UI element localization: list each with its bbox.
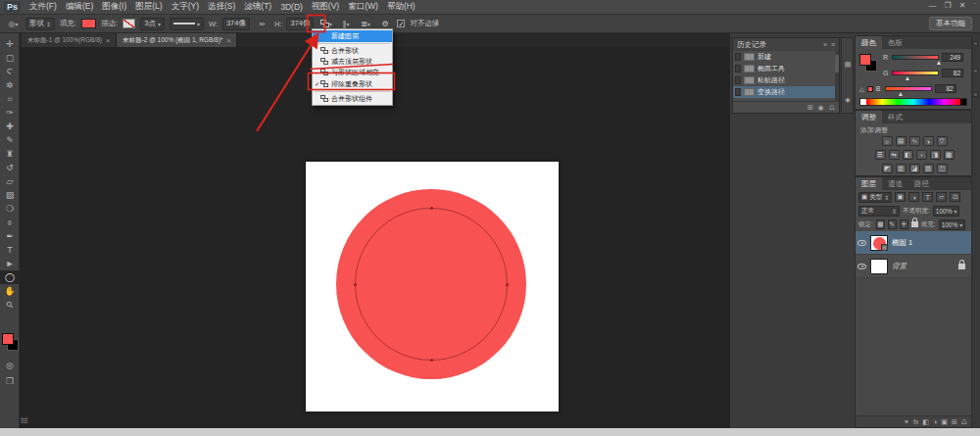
- visibility-eye-icon[interactable]: [858, 264, 866, 269]
- menu-file[interactable]: 文件(F): [29, 1, 57, 13]
- restore-button[interactable]: ❐: [944, 1, 951, 10]
- path-anchor-right[interactable]: [506, 283, 509, 286]
- link-layers-icon[interactable]: ⚭: [904, 418, 909, 426]
- path-anchor-bottom[interactable]: [430, 359, 433, 362]
- edge-icon-1[interactable]: [973, 41, 978, 46]
- layer-mask-icon[interactable]: ◧: [922, 418, 929, 426]
- quick-mask-button[interactable]: ◎: [0, 359, 20, 372]
- delete-state-icon[interactable]: ♺: [829, 104, 835, 112]
- inner-circle-path[interactable]: [355, 208, 508, 361]
- stroke-width-field[interactable]: 3点▾: [140, 18, 165, 30]
- gradient-tool[interactable]: ▨: [0, 188, 20, 202]
- visibility-eye-icon[interactable]: [858, 240, 866, 246]
- new-group-icon[interactable]: ▣: [941, 418, 948, 426]
- close-button[interactable]: ✕: [959, 1, 966, 10]
- history-item[interactable]: 粘贴路径: [733, 74, 839, 86]
- height-field[interactable]: 374像: [286, 18, 314, 30]
- tab-swatches[interactable]: 色板: [882, 36, 908, 49]
- pen-tool[interactable]: ✒: [0, 229, 20, 243]
- history-brush-tool[interactable]: ↺: [0, 161, 20, 174]
- collapsed-panel-icon-2[interactable]: ◈: [843, 95, 853, 105]
- layer-style-icon[interactable]: fx: [913, 418, 918, 425]
- layer-row-ellipse[interactable]: ◇ 椭圆 1: [856, 231, 971, 255]
- new-snapshot-icon[interactable]: ◉: [818, 104, 824, 112]
- menu-item-merge-shape-components[interactable]: 合并形状组件: [313, 93, 392, 104]
- blue-value-field[interactable]: 82: [935, 84, 956, 93]
- color-balance-icon[interactable]: ⇋: [889, 150, 900, 160]
- opacity-field[interactable]: 100%▾: [933, 206, 960, 217]
- channel-mixer-icon[interactable]: ◨: [930, 150, 941, 160]
- color-lookup-icon[interactable]: ▩: [944, 150, 955, 160]
- green-value-field[interactable]: 82: [942, 69, 963, 77]
- tab-styles[interactable]: 样式: [882, 111, 908, 123]
- healing-brush-tool[interactable]: ✚: [0, 120, 20, 133]
- tab-close-icon[interactable]: ×: [106, 37, 110, 44]
- menu-filter[interactable]: 滤镜(T): [244, 1, 271, 13]
- adjustment-layer-icon[interactable]: ◑: [933, 418, 937, 425]
- lock-position-icon[interactable]: ✛: [900, 219, 908, 229]
- history-source-well[interactable]: [735, 65, 741, 73]
- layer-thumbnail[interactable]: [870, 259, 888, 274]
- red-value-field[interactable]: 249: [942, 53, 963, 62]
- curves-icon[interactable]: ∿: [909, 136, 920, 146]
- menu-item-new-layer[interactable]: 新建图层: [313, 30, 392, 42]
- tab-paths[interactable]: 路径: [908, 177, 935, 190]
- history-item-selected[interactable]: 变换路径: [733, 86, 839, 98]
- stroke-none-swatch[interactable]: [122, 19, 135, 28]
- exposure-icon[interactable]: ◑: [923, 136, 934, 146]
- gamut-warning-icon[interactable]: △: [859, 85, 864, 92]
- tab-close-icon[interactable]: ×: [226, 37, 230, 44]
- brightness-contrast-icon[interactable]: ☼: [882, 136, 893, 146]
- filter-pixel-layers-icon[interactable]: ▣: [895, 192, 906, 202]
- menu-layer[interactable]: 图层(L): [135, 1, 162, 13]
- layer-name[interactable]: 背景: [892, 262, 906, 271]
- menu-type[interactable]: 文字(Y): [172, 1, 199, 13]
- filter-type-layers-icon[interactable]: T: [922, 192, 933, 202]
- document-tab-1[interactable]: 未标题-1 @ 100%(RGB/8)×: [22, 33, 117, 47]
- menu-view[interactable]: 视图(V): [312, 1, 339, 13]
- selective-color-icon[interactable]: ◫: [937, 164, 948, 173]
- tab-channels[interactable]: 通道: [882, 177, 908, 190]
- document-tab-2[interactable]: 未标题-2 @ 100% (椭圆 1, RGB/8)*×: [117, 33, 237, 47]
- menu-item-intersect-shape-areas[interactable]: 与形状区域相交: [313, 67, 392, 77]
- lasso-tool[interactable]: Ϛ: [0, 65, 20, 78]
- new-document-from-state-icon[interactable]: ⊞: [808, 104, 813, 112]
- layer-name[interactable]: 椭圆 1: [892, 238, 912, 248]
- layer-row-background[interactable]: 背景: [856, 255, 971, 278]
- red-slider[interactable]: [892, 55, 939, 60]
- menu-select[interactable]: 选择(S): [208, 1, 235, 13]
- stroke-style-select[interactable]: ▾: [170, 18, 204, 30]
- edge-icon-3[interactable]: [973, 92, 978, 97]
- path-anchor-top[interactable]: [430, 207, 433, 210]
- vibrance-icon[interactable]: ▽: [937, 136, 948, 146]
- color-spectrum-ramp[interactable]: [859, 98, 967, 106]
- fill-color-swatch[interactable]: [81, 19, 96, 28]
- eraser-tool[interactable]: ▱: [0, 174, 20, 188]
- gamut-color-chip[interactable]: [867, 86, 873, 92]
- minimize-button[interactable]: —: [928, 1, 936, 10]
- delete-layer-icon[interactable]: ♺: [961, 418, 967, 426]
- foreground-color-swatch[interactable]: [2, 333, 14, 345]
- filter-adjustment-layers-icon[interactable]: ◑: [908, 192, 919, 202]
- fill-amount-field[interactable]: 100%▾: [939, 219, 966, 230]
- blue-slider[interactable]: [885, 86, 932, 91]
- move-tool[interactable]: ✛: [0, 37, 20, 51]
- photo-filter-icon[interactable]: ◔: [916, 150, 927, 160]
- blend-mode-select[interactable]: 正常⇕: [858, 206, 900, 217]
- hue-saturation-icon[interactable]: ☰: [875, 150, 886, 160]
- ellipse-tool[interactable]: ◯: [0, 270, 20, 284]
- foreground-color-well[interactable]: [859, 54, 871, 66]
- width-field[interactable]: 374像: [222, 18, 250, 30]
- filter-shape-layers-icon[interactable]: ▱: [936, 192, 947, 202]
- edge-icon-2[interactable]: [973, 69, 978, 73]
- tab-color[interactable]: 颜色: [856, 36, 882, 49]
- link-dimensions-icon[interactable]: ∞: [255, 17, 270, 30]
- history-item[interactable]: 新建: [733, 51, 839, 63]
- posterize-icon[interactable]: ▥: [896, 164, 906, 173]
- history-item[interactable]: 椭圆工具: [733, 63, 839, 74]
- invert-icon[interactable]: ◩: [882, 164, 893, 173]
- blur-tool[interactable]: ❍: [0, 202, 20, 216]
- tab-adjustments[interactable]: 调整: [856, 111, 882, 123]
- panel-menu-icon[interactable]: ≡: [831, 41, 835, 48]
- menu-help[interactable]: 帮助(H): [387, 1, 416, 13]
